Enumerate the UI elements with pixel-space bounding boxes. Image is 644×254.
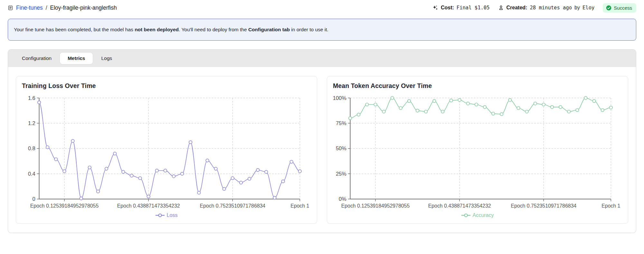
- svg-text:Epoch 0.12539184952978055: Epoch 0.12539184952978055: [341, 203, 410, 209]
- cost-value: Final $1.05: [457, 5, 490, 11]
- status-badge: Success: [603, 3, 636, 13]
- sparkles-icon: [432, 5, 438, 11]
- accuracy-legend-icon: [461, 213, 470, 218]
- svg-text:0.8: 0.8: [28, 145, 35, 151]
- svg-text:0: 0: [33, 196, 35, 202]
- breadcrumb: Fine-tunes / Eloy-fragile-pink-anglerfis…: [8, 5, 117, 11]
- deployment-alert: Your fine tune has been completed, but t…: [8, 19, 636, 41]
- training-loss-chart[interactable]: 00.40.81.21.6Epoch 0.12539184952978055Ep…: [22, 93, 311, 211]
- svg-text:100%: 100%: [333, 95, 346, 101]
- training-loss-title: Training Loss Over Time: [22, 82, 311, 90]
- tab-logs[interactable]: Logs: [93, 52, 120, 64]
- tab-bar: ConfigurationMetricsLogs: [8, 50, 636, 67]
- user-icon: [498, 5, 504, 11]
- accuracy-legend-label: Accuracy: [473, 212, 494, 218]
- loss-legend-label: Loss: [167, 212, 178, 218]
- svg-text:0.4: 0.4: [28, 171, 35, 177]
- svg-text:1.6: 1.6: [28, 95, 35, 101]
- svg-text:Epoch 1: Epoch 1: [290, 203, 309, 209]
- svg-text:Epoch 0.12539184952978055: Epoch 0.12539184952978055: [30, 203, 99, 209]
- training-loss-card: Training Loss Over Time 00.40.81.21.6Epo…: [16, 76, 317, 224]
- token-accuracy-title: Mean Token Accuracy Over Time: [333, 82, 622, 90]
- fine-tunes-list-icon: [8, 5, 13, 11]
- header-meta: Cost: Final $1.05 Created: 28 minutes ag…: [432, 3, 636, 13]
- breadcrumb-fine-tunes-link[interactable]: Fine-tunes: [16, 5, 43, 11]
- svg-text:25%: 25%: [336, 171, 346, 177]
- tab-metrics[interactable]: Metrics: [60, 52, 93, 64]
- svg-text:Epoch 1: Epoch 1: [601, 203, 620, 209]
- fine-tune-panel: ConfigurationMetricsLogs Training Loss O…: [8, 49, 636, 233]
- tab-configuration[interactable]: Configuration: [14, 52, 60, 64]
- svg-text:75%: 75%: [336, 120, 346, 126]
- cost-group: Cost: Final $1.05: [432, 5, 490, 11]
- created-value: 28 minutes ago: [530, 5, 572, 11]
- svg-text:Epoch 0.438871473354232: Epoch 0.438871473354232: [117, 203, 180, 209]
- svg-text:1.2: 1.2: [28, 120, 35, 126]
- svg-text:0%: 0%: [339, 196, 346, 202]
- created-group: Created: 28 minutes ago by Eloy: [498, 5, 595, 11]
- check-circle-icon: [606, 5, 611, 11]
- deployment-alert-text: Your fine tune has been completed, but t…: [14, 27, 328, 32]
- svg-text:Epoch 0.7523510971786834: Epoch 0.7523510971786834: [200, 203, 265, 209]
- svg-text:50%: 50%: [336, 145, 346, 151]
- svg-text:Epoch 0.438871473354232: Epoch 0.438871473354232: [428, 203, 491, 209]
- cost-label: Cost:: [441, 5, 454, 11]
- loss-legend-icon: [156, 213, 165, 218]
- page-header: Fine-tunes / Eloy-fragile-pink-anglerfis…: [0, 0, 644, 15]
- loss-legend: Loss: [22, 211, 311, 220]
- fine-tune-name: Eloy-fragile-pink-anglerfish: [50, 5, 117, 11]
- created-label: Created:: [507, 5, 527, 11]
- token-accuracy-chart[interactable]: 0%25%50%75%100%Epoch 0.12539184952978055…: [333, 93, 622, 211]
- metrics-tab-content: Training Loss Over Time 00.40.81.21.6Epo…: [8, 67, 636, 233]
- svg-text:Epoch 0.7523510971786834: Epoch 0.7523510971786834: [511, 203, 576, 209]
- token-accuracy-card: Mean Token Accuracy Over Time 0%25%50%75…: [327, 76, 628, 224]
- created-by-user: Eloy: [582, 5, 594, 11]
- accuracy-legend: Accuracy: [333, 211, 622, 220]
- breadcrumb-separator: /: [46, 5, 47, 11]
- status-badge-label: Success: [614, 5, 632, 11]
- created-by-prefix: by: [574, 5, 580, 11]
